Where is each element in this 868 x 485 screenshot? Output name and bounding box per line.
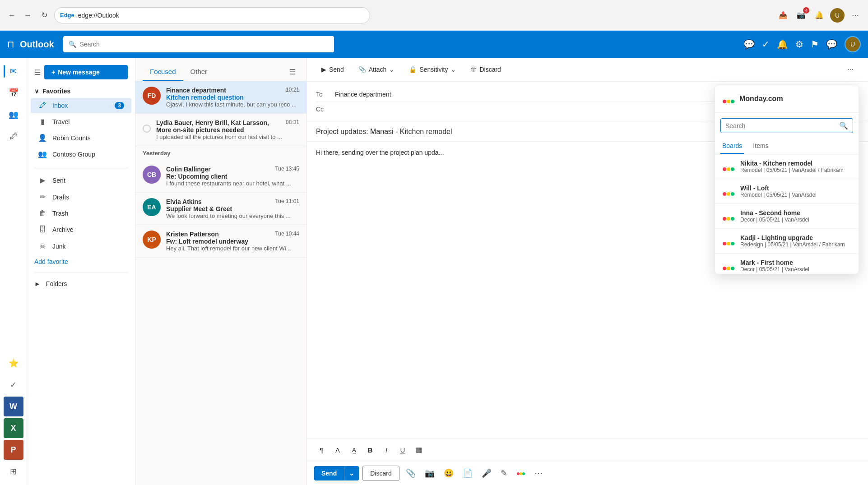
sidebar-item-excel[interactable]: X (4, 418, 23, 438)
send-main-button[interactable]: Send (314, 466, 344, 480)
nav-item-travel[interactable]: ▮ Travel (31, 114, 131, 129)
monday-item-1[interactable]: Will - Loft Remodel | 05/05/21 | VanArsd… (715, 179, 859, 204)
email-items: FD Finance department 10:21 Kitchen remo… (135, 81, 306, 485)
email-sender-kristen: Kristen Patterson (166, 231, 219, 238)
sidebar-item-word[interactable]: W (4, 397, 23, 416)
focused-tab[interactable]: Focused (143, 63, 183, 81)
monday-item-3[interactable]: Kadji - Lighting upgrade Redesign | 05/0… (715, 229, 859, 254)
monday-search-bar[interactable]: 🔍 (720, 118, 853, 133)
monday-item-4[interactable]: Mark - First home Decor | 05/05/21 | Van… (715, 254, 859, 274)
monday-search-input[interactable] (725, 122, 836, 129)
sidebar-item-people[interactable]: 👥 (4, 105, 23, 125)
email-radio-lydia[interactable] (143, 125, 151, 133)
monday-item-subtitle-2: Decor | 05/05/21 | VanArsdel (740, 217, 851, 223)
search-input[interactable] (80, 41, 329, 48)
nav-item-drafts[interactable]: ✏ Drafts (31, 189, 131, 205)
compose-panel: ▶ Send 📎 Attach ⌄ 🔒 Sensitivity ⌄ 🗑 Disc… (307, 58, 868, 485)
monday-item-subtitle-1: Remodel | 05/05/21 | VanArsdel (740, 192, 851, 198)
settings-icon[interactable]: ⚙ (795, 39, 803, 50)
nav-item-folders[interactable]: ► Folders (27, 277, 135, 291)
share-button[interactable]: 📤 (776, 8, 790, 23)
sidebar-item-tasks[interactable]: 🖉 (4, 126, 23, 146)
monday-item-icon-0 (722, 160, 735, 173)
font-color-btn[interactable]: A̲ (347, 443, 361, 457)
font-size-btn[interactable]: A (330, 443, 345, 457)
paragraph-format-btn[interactable]: ¶ (314, 443, 329, 457)
monday-tab-boards[interactable]: Boards (720, 139, 744, 154)
forward-button[interactable]: → (22, 9, 34, 22)
hamburger-button[interactable]: ☰ (34, 68, 41, 77)
sidebar-item-starred[interactable]: ⭐ (4, 353, 23, 373)
nav-item-trash[interactable]: 🗑 Trash (31, 206, 131, 221)
send-toolbar-button[interactable]: ▶ Send (316, 63, 349, 76)
svg-point-14 (731, 217, 734, 221)
sidebar-item-apps[interactable]: ⊞ (4, 462, 23, 481)
profile-avatar[interactable]: U (845, 36, 861, 52)
monday-tab-items[interactable]: Items (751, 139, 770, 154)
chevron-right-icon: ► (34, 280, 41, 287)
new-message-button[interactable]: + New message (44, 65, 128, 79)
discard-button[interactable]: Discard (362, 466, 399, 481)
nav-item-contoso[interactable]: 👥 Contoso Group (31, 146, 131, 162)
underline-btn[interactable]: U (395, 443, 410, 457)
archive-icon: 🗄 (38, 226, 47, 234)
favorites-header[interactable]: ∨ Favorites (27, 85, 135, 97)
avatar-colin: CB (143, 166, 161, 184)
sidebar-item-powerpoint[interactable]: P (4, 440, 23, 460)
check-icon[interactable]: ✓ (762, 39, 770, 50)
send-dropdown-button[interactable]: ⌄ (344, 466, 359, 480)
more-options-button[interactable]: ⋯ (842, 63, 859, 76)
nav-item-junk[interactable]: ☠ Junk (31, 238, 131, 254)
more-button[interactable]: ⋯ (848, 8, 863, 23)
discard-toolbar-button[interactable]: 🗑 Discard (465, 63, 506, 76)
image-icon-btn[interactable]: 📷 (422, 466, 437, 481)
notification-button[interactable]: 📷 4 (794, 8, 808, 23)
emoji-icon-btn[interactable]: 😀 (441, 466, 456, 481)
filter-icon[interactable]: ☰ (286, 64, 299, 80)
monday-item-title-2: Inna - Second home (740, 209, 851, 217)
svg-point-20 (731, 267, 734, 270)
help-icon[interactable]: 💬 (743, 39, 755, 50)
email-item-finance[interactable]: FD Finance department 10:21 Kitchen remo… (135, 81, 306, 114)
other-tab[interactable]: Other (183, 63, 215, 81)
todo-icon: ✓ (10, 380, 17, 390)
flag-icon[interactable]: ⚑ (811, 39, 819, 50)
monday-item-0[interactable]: Nikita - Kitchen remodel Remodel | 05/05… (715, 154, 859, 179)
signature-icon-btn[interactable]: ✎ (498, 466, 510, 481)
more-bottom-btn[interactable]: ⋯ (532, 466, 545, 481)
refresh-button[interactable]: ↻ (38, 9, 51, 22)
address-bar[interactable]: Edge edge://Outlook (54, 7, 370, 23)
attach-button[interactable]: 📎 Attach ⌄ (353, 63, 400, 76)
add-favorite-button[interactable]: Add favorite (27, 254, 135, 269)
attachment-icon-btn[interactable]: 📎 (403, 466, 418, 481)
email-item-lydia[interactable]: Lydia Bauer, Henry Brill, Kat Larsson, 0… (135, 114, 306, 146)
italic-btn[interactable]: I (379, 443, 394, 457)
nav-item-archive[interactable]: 🗄 Archive (31, 222, 131, 237)
back-button[interactable]: ← (5, 9, 18, 22)
sidebar-item-mail[interactable]: ✉ (4, 61, 23, 81)
search-bar[interactable]: 🔍 (63, 36, 334, 52)
browser-profile-icon[interactable]: U (830, 8, 845, 23)
nav-item-robin[interactable]: 👤 Robin Counts (31, 130, 131, 146)
email-item-kristen[interactable]: KP Kristen Patterson Tue 10:44 Fw: Loft … (135, 225, 306, 258)
monday-item-2[interactable]: Inna - Second home Decor | 05/05/21 | Va… (715, 204, 859, 229)
mic-icon-btn[interactable]: 🎤 (479, 466, 494, 481)
email-item-elvia[interactable]: EA Elvia Atkins Tue 11:01 Supplier Meet … (135, 193, 306, 225)
svg-point-10 (727, 192, 730, 196)
bell-button[interactable]: 🔔 (812, 8, 826, 23)
waffle-icon[interactable]: ⊓ (7, 39, 14, 50)
loop-icon-btn[interactable]: 📄 (460, 466, 475, 481)
nav-item-inbox[interactable]: 🖉 Inbox 3 (31, 98, 131, 113)
svg-point-2 (522, 472, 525, 475)
nav-item-sent[interactable]: ▶ Sent (31, 172, 131, 188)
sidebar-item-calendar[interactable]: 📅 (4, 83, 23, 103)
monday-bottom-icon-btn[interactable] (514, 465, 528, 481)
bold-btn[interactable]: B (363, 443, 377, 457)
email-item-colin[interactable]: CB Colin Ballinger Tue 13:45 Re: Upcomin… (135, 160, 306, 193)
sidebar-item-todo[interactable]: ✓ (4, 375, 23, 395)
table-btn[interactable]: ▦ (412, 443, 426, 457)
feedback-icon[interactable]: 💬 (826, 39, 837, 50)
sidebar-icons: ✉ 📅 👥 🖉 ⭐ ✓ W X P (0, 58, 27, 485)
bell-icon[interactable]: 🔔 (777, 39, 788, 50)
sensitivity-button[interactable]: 🔒 Sensitivity ⌄ (404, 63, 461, 76)
